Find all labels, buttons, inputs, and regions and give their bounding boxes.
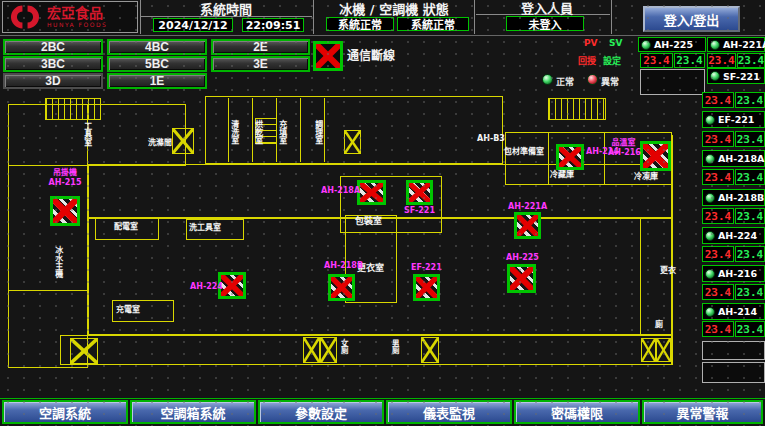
plan-wall bbox=[604, 132, 605, 185]
device-comm-fail-ah216[interactable] bbox=[640, 141, 671, 171]
unit-name: AH-214 bbox=[718, 306, 757, 317]
sv-abbr: SV bbox=[609, 38, 622, 48]
normal-led-icon bbox=[542, 74, 553, 85]
stairs-icon bbox=[548, 98, 606, 120]
room-label: 清洗室 bbox=[229, 120, 238, 162]
ahu-status: 系統正常 bbox=[397, 17, 469, 31]
unit-name: EF-221 bbox=[718, 114, 754, 125]
unit-pv-value: 23.4 bbox=[702, 246, 734, 262]
unit-sv-value: 23.4 bbox=[735, 92, 765, 108]
nav-button-param-settings[interactable]: 參數設定 bbox=[258, 400, 384, 424]
device-label: SF-221 bbox=[404, 206, 435, 216]
device-comm-fail-ah225[interactable] bbox=[507, 264, 536, 293]
nav-button-meter-monitor[interactable]: 儀表監視 bbox=[386, 400, 512, 424]
unit-led-icon bbox=[705, 307, 715, 317]
logo-icon bbox=[8, 3, 42, 31]
floor-button-3e[interactable]: 3E bbox=[211, 56, 310, 72]
nav-button-ac-system[interactable]: 空調系統 bbox=[2, 400, 128, 424]
device-label: AH-221A bbox=[508, 202, 547, 212]
unit-led-icon bbox=[641, 40, 651, 50]
unit-led-icon bbox=[705, 269, 715, 279]
unit-row-sf221[interactable]: SF-221 bbox=[707, 68, 765, 84]
plan-wall bbox=[300, 98, 301, 162]
device-comm-fail-ah218a[interactable] bbox=[357, 180, 386, 205]
empty-slot bbox=[702, 362, 765, 383]
elevator-icon bbox=[344, 130, 361, 154]
elevator-icon bbox=[70, 338, 98, 364]
nav-button-alarm[interactable]: 異常警報 bbox=[642, 400, 763, 424]
unit-row-ef221[interactable]: EF-221 bbox=[702, 111, 765, 128]
unit-pv-value: 23.4 bbox=[702, 208, 734, 224]
floor-button-5bc[interactable]: 5BC bbox=[107, 56, 207, 72]
chiller-status: 系統正常 bbox=[326, 17, 394, 31]
elevator-icon bbox=[172, 128, 194, 154]
unit-row-ah224[interactable]: AH-224 bbox=[702, 227, 765, 244]
unit-row-ah214[interactable]: AH-214 bbox=[702, 303, 765, 320]
login-logout-button[interactable]: 登入/登出 bbox=[643, 6, 740, 32]
floor-button-2bc[interactable]: 2BC bbox=[3, 39, 103, 55]
unit-led-icon bbox=[705, 193, 715, 203]
device-id: AH-215 bbox=[40, 178, 90, 188]
unit-sv-value: 23.4 bbox=[735, 246, 765, 262]
unit-row-ah221a[interactable]: AH-221A bbox=[707, 37, 765, 52]
unit-name: AH-221A bbox=[723, 39, 765, 50]
elevator-icon bbox=[320, 337, 337, 363]
unit-pv-value: 23.4 bbox=[702, 284, 734, 300]
room-label: 男廁 bbox=[390, 339, 398, 363]
unit-row-ah216[interactable]: AH-216 bbox=[702, 265, 765, 282]
room-label: 工具室 bbox=[82, 122, 91, 162]
nav-button-ahu-system[interactable]: 空調箱系統 bbox=[130, 400, 256, 424]
device-comm-fail-ah221a[interactable] bbox=[514, 212, 541, 239]
unit-led-icon bbox=[705, 115, 715, 125]
floor-button-3bc[interactable]: 3BC bbox=[3, 56, 103, 72]
unit-row-ah225[interactable]: AH-225 bbox=[638, 37, 706, 52]
stairs-icon bbox=[45, 98, 101, 120]
floor-button-2e[interactable]: 2E bbox=[211, 39, 310, 55]
floor-button-4bc[interactable]: 4BC bbox=[107, 39, 207, 55]
room-label: 包裝室 bbox=[355, 217, 382, 227]
unit-led-icon bbox=[705, 154, 715, 164]
unit-name: AH-225 bbox=[654, 39, 693, 50]
unit-sv-value: 23.4 bbox=[674, 53, 705, 68]
system-time-value: 22:09:51 bbox=[242, 18, 304, 32]
room-label: 配電室 bbox=[114, 223, 138, 232]
device-comm-fail-ah215[interactable] bbox=[50, 196, 80, 226]
unit-sv-value: 23.4 bbox=[735, 169, 765, 185]
system-date-value: 2024/12/12 bbox=[153, 18, 233, 32]
room-label: 洗滌間 bbox=[148, 139, 172, 148]
device-comm-fail-ah214[interactable] bbox=[556, 144, 584, 170]
room-label: 廁 bbox=[655, 321, 663, 330]
comm-fail-label: 通信斷線 bbox=[347, 47, 395, 61]
room-label: 烘乾室 bbox=[253, 120, 262, 162]
floor-button-3d[interactable]: 3D bbox=[3, 73, 103, 89]
elevator-icon bbox=[303, 337, 320, 363]
unit-pv-value: 23.4 bbox=[640, 53, 673, 68]
floor-button-1e[interactable]: 1E bbox=[107, 73, 207, 89]
plan-wall bbox=[60, 335, 672, 365]
nav-button-password-authority[interactable]: 密碼權限 bbox=[514, 400, 640, 424]
elevator-icon bbox=[656, 338, 671, 362]
logo-subtitle: HUNYA FOODS bbox=[47, 22, 107, 28]
system-time-label: 系統時間 bbox=[140, 2, 312, 15]
pv-label: 回授 bbox=[578, 54, 596, 67]
header-divider bbox=[474, 0, 475, 34]
plan-wall bbox=[640, 218, 672, 335]
device-comm-fail-ef221[interactable] bbox=[413, 274, 440, 301]
room-label: AH-B3 bbox=[477, 135, 505, 144]
device-label: 品溫室 AH-216 bbox=[608, 138, 639, 157]
device-comm-fail-ah218b[interactable] bbox=[328, 274, 355, 301]
unit-row-ah218b[interactable]: AH-218B bbox=[702, 189, 765, 206]
room-label: 洗工具室 bbox=[189, 224, 221, 233]
room-label: 包材準備室 bbox=[504, 148, 544, 157]
room-label: 冷藏庫 bbox=[550, 171, 574, 180]
unit-sv-value: 23.4 bbox=[735, 131, 765, 147]
device-label: 吊掛機 AH-215 bbox=[40, 168, 90, 187]
unit-row-ah218a[interactable]: AH-218A bbox=[702, 150, 765, 167]
unit-pv-value: 23.4 bbox=[702, 169, 734, 185]
abnormal-label: 異常 bbox=[601, 75, 619, 88]
header-divider bbox=[313, 0, 314, 34]
unit-name: SF-221 bbox=[723, 71, 760, 82]
device-label: EF-221 bbox=[411, 263, 442, 273]
device-comm-fail-sf221[interactable] bbox=[406, 180, 433, 205]
device-room: 吊掛機 bbox=[40, 168, 90, 178]
